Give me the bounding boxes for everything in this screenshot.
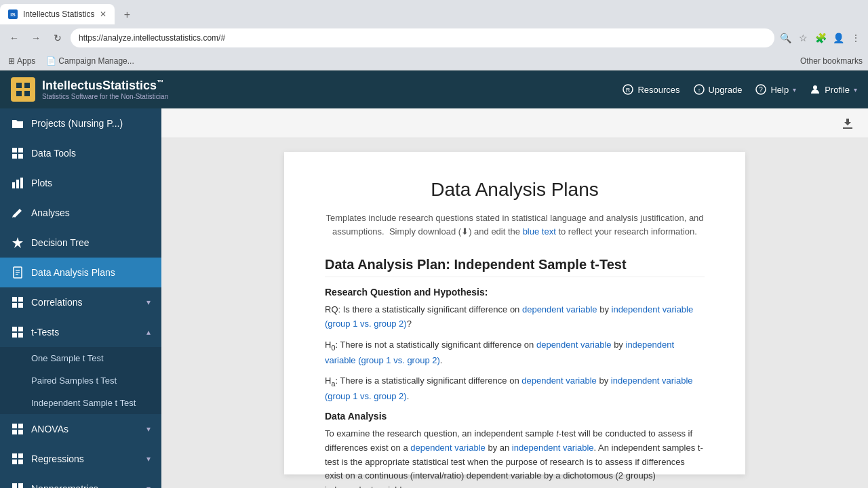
apps-bookmark[interactable]: ⊞ Apps [5, 55, 38, 67]
svg-rect-25 [12, 303, 17, 308]
other-bookmarks[interactable]: Other bookmarks [800, 56, 863, 66]
profile-nav-button[interactable]: Profile ▾ [810, 84, 857, 95]
app-container: IntellectusStatistics™ Statistics Softwa… [0, 70, 868, 488]
svg-point-10 [813, 85, 817, 89]
sidebar-subitem-one-sample[interactable]: One Sample t Test [0, 347, 161, 369]
svg-rect-24 [18, 297, 23, 302]
sidebar-label-correlations: Correlations [31, 297, 140, 308]
sidebar-item-decision-tree[interactable]: Decision Tree [0, 228, 161, 258]
sidebar-item-t-tests[interactable]: t-Tests ▴ [0, 317, 161, 347]
active-tab[interactable]: IS Intellectus Statistics ✕ [0, 4, 115, 24]
h0-paragraph: H0: There is not a statistically signifi… [325, 338, 705, 368]
refresh-button[interactable]: ↻ [49, 29, 66, 47]
svg-rect-34 [18, 430, 23, 434]
regressions-chevron-icon: ▾ [146, 454, 151, 464]
folder-icon [11, 117, 24, 130]
profile-chevron: ▾ [854, 86, 857, 94]
svg-rect-14 [18, 154, 23, 159]
sidebar-item-plots[interactable]: Plots [0, 168, 161, 198]
address-input[interactable]: https://analyze.intellectusstatistics.co… [71, 28, 774, 47]
ha-dep-var-link[interactable]: dependent variable [521, 375, 597, 386]
svg-rect-13 [12, 154, 17, 159]
svg-rect-33 [12, 430, 17, 434]
correlations-chevron-icon: ▾ [146, 298, 151, 307]
menu-icon[interactable]: ⋮ [849, 31, 863, 45]
ha-ind-var-link[interactable]: independent variable (group 1 vs. group … [325, 375, 693, 401]
help-label: Help [770, 85, 789, 95]
sidebar-item-anovas[interactable]: ANOVAs ▾ [0, 414, 161, 444]
da-ind-var-link[interactable]: independent variable [512, 443, 594, 453]
help-chevron: ▾ [793, 86, 796, 94]
star-icon [11, 236, 24, 249]
sidebar-item-analyses[interactable]: Analyses [0, 198, 161, 228]
sidebar-item-nonparametrics[interactable]: Nonparametrics ▾ [0, 474, 161, 488]
content-body: Data Analysis Plans Templates include re… [161, 138, 868, 488]
section-heading: Data Analysis Plan: Independent Sample t… [325, 257, 705, 277]
nonparametrics-icon [11, 482, 24, 488]
rq-dep-var-link[interactable]: dependent variable [522, 304, 597, 314]
nav-actions: R Resources ↑ Upgrade ? Help ▾ Profile ▾ [623, 84, 857, 95]
upgrade-button[interactable]: ↑ Upgrade [694, 84, 743, 95]
sidebar-item-data-analysis-plans[interactable]: Data Analysis Plans [0, 258, 161, 287]
logo-area: IntellectusStatistics™ Statistics Softwa… [11, 77, 168, 102]
logo-icon [11, 77, 35, 102]
tab-close-button[interactable]: ✕ [100, 9, 106, 19]
da-dep-var-link[interactable]: dependent variable [410, 443, 486, 453]
h0-ind-var-link[interactable]: independent variable (group 1 vs. group … [325, 340, 674, 365]
zoom-icon[interactable]: 🔍 [778, 31, 792, 45]
svg-rect-12 [18, 148, 23, 152]
sidebar-item-projects[interactable]: Projects (Nursing P...) [0, 108, 161, 138]
anovas-chevron-icon: ▾ [146, 424, 151, 434]
sidebar: Projects (Nursing P...) Data Tools Plots… [0, 108, 161, 488]
download-button[interactable] [838, 114, 857, 133]
svg-rect-27 [12, 327, 17, 331]
sidebar-item-regressions[interactable]: Regressions ▾ [0, 444, 161, 474]
paired-samples-label: Paired Samples t Test [31, 375, 117, 386]
sidebar-label-regressions: Regressions [31, 453, 140, 464]
svg-rect-26 [18, 303, 23, 308]
sidebar-label-decision-tree: Decision Tree [31, 237, 151, 248]
bookmarks-bar: ⊞ Apps 📄 Campaign Manage... Other bookma… [0, 52, 868, 70]
h0-dep-var-link[interactable]: dependent variable [536, 340, 612, 350]
tab-favicon: IS [8, 9, 18, 19]
svg-rect-35 [12, 453, 17, 458]
svg-rect-37 [12, 460, 17, 464]
profile-icon[interactable]: 👤 [831, 31, 845, 45]
rq-ind-var-link[interactable]: independent variable (group 1 vs. group … [325, 304, 693, 329]
forward-button[interactable]: → [27, 29, 45, 47]
sidebar-label-data-analysis-plans: Data Analysis Plans [31, 267, 151, 278]
resources-button[interactable]: R Resources [623, 84, 679, 95]
sidebar-subitem-paired-samples[interactable]: Paired Samples t Test [0, 369, 161, 392]
ha-paragraph: Ha: There is a statistically significant… [325, 374, 705, 404]
main-area: Projects (Nursing P...) Data Tools Plots… [0, 108, 868, 488]
bookmark-star-icon[interactable]: ☆ [796, 31, 810, 45]
content-header [161, 108, 868, 138]
svg-rect-38 [18, 460, 23, 464]
svg-rect-30 [18, 333, 23, 338]
svg-rect-31 [12, 424, 17, 428]
svg-text:R: R [626, 87, 631, 94]
svg-rect-39 [12, 483, 17, 488]
svg-marker-18 [12, 237, 23, 248]
svg-rect-40 [18, 483, 23, 488]
campaign-bookmark[interactable]: 📄 Campaign Manage... [43, 55, 136, 67]
t-tests-icon [11, 325, 24, 339]
pencil-icon [11, 206, 24, 220]
bar-chart-icon [11, 176, 24, 190]
t-tests-chevron-icon: ▴ [146, 327, 151, 337]
new-tab-button[interactable]: + [117, 5, 136, 24]
help-button[interactable]: ? Help ▾ [755, 84, 796, 95]
sidebar-item-data-tools[interactable]: Data Tools [0, 138, 161, 168]
svg-rect-36 [18, 453, 23, 458]
back-button[interactable]: ← [5, 29, 23, 47]
svg-rect-15 [12, 182, 15, 188]
sidebar-subitem-independent-sample[interactable]: Independent Sample t Test [0, 392, 161, 414]
sidebar-item-correlations[interactable]: Correlations ▾ [0, 287, 161, 317]
extensions-icon[interactable]: 🧩 [814, 31, 827, 45]
document: Data Analysis Plans Templates include re… [284, 152, 745, 474]
svg-rect-0 [16, 83, 22, 88]
sidebar-label-anovas: ANOVAs [31, 424, 140, 434]
document-icon [11, 266, 24, 279]
sidebar-label-nonparametrics: Nonparametrics [31, 483, 140, 488]
blue-text-link[interactable]: blue text [523, 226, 556, 237]
